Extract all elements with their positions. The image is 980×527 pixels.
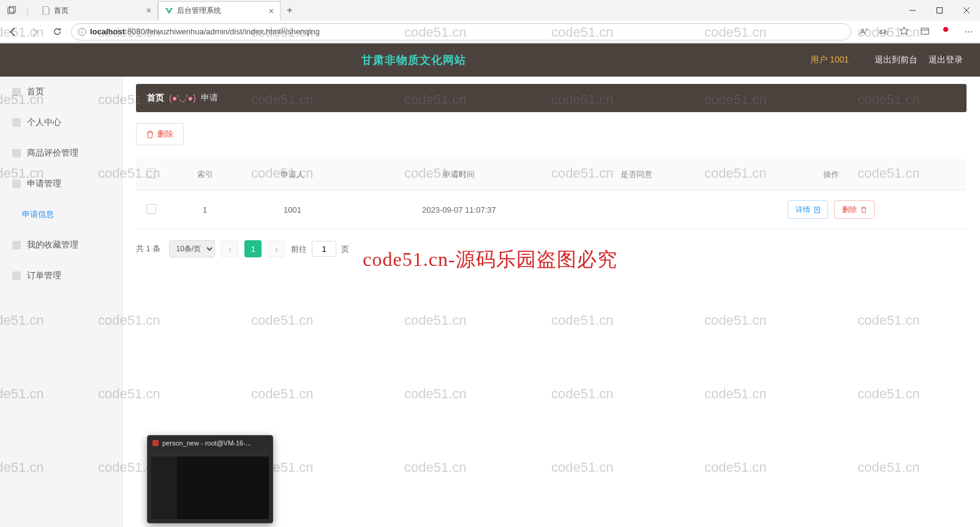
svg-text:aあ: aあ <box>879 28 888 35</box>
jump-to-page: 前往 页 <box>291 241 349 257</box>
th-agree: 是否同意 <box>576 159 696 191</box>
vue-icon <box>165 7 173 15</box>
browser-chrome: | 首页 × 后台管理系统 × + <box>0 0 980 44</box>
site-title: 甘肃非物质文化网站 <box>17 53 810 67</box>
jump-input[interactable] <box>312 241 336 257</box>
th-applicant: 申请人 <box>243 159 342 191</box>
tab-group-icon[interactable] <box>4 2 20 18</box>
svg-rect-0 <box>8 8 14 14</box>
pagination: 共 1 条 10条/页 ‹ 1 › 前往 页 <box>136 240 967 257</box>
cell-index: 1 <box>167 191 243 229</box>
refresh-button[interactable] <box>49 24 65 40</box>
home-icon <box>12 88 21 96</box>
page-size-select[interactable]: 10条/页 <box>169 240 215 257</box>
new-tab-button[interactable]: + <box>281 5 299 16</box>
back-button[interactable] <box>5 24 21 40</box>
translate-icon[interactable]: aあ <box>878 26 892 36</box>
trash-icon <box>861 207 867 213</box>
sidebar-item-orders[interactable]: 订单管理 <box>0 260 122 291</box>
url-input[interactable]: localhost:8080/feiwuzhiwenhua/admin/dist… <box>71 23 851 40</box>
th-ops: 操作 <box>696 159 967 191</box>
address-bar: localhost:8080/feiwuzhiwenhua/admin/dist… <box>0 21 980 43</box>
tab-label: 首页 <box>54 6 143 16</box>
sidebar-item-apply[interactable]: 申请管理 <box>0 169 122 199</box>
breadcrumb-current: 申请 <box>201 93 218 104</box>
row-delete-button[interactable]: 删除 <box>834 200 875 219</box>
pagination-total: 共 1 条 <box>136 243 160 254</box>
apply-icon <box>12 180 21 188</box>
sidebar-item-favorites[interactable]: 我的收藏管理 <box>0 230 122 260</box>
breadcrumb: 首页 (●'◡'●) 申请 <box>136 84 967 112</box>
prev-page-button[interactable]: ‹ <box>221 240 238 257</box>
doc-icon <box>814 207 820 213</box>
page-1-button[interactable]: 1 <box>244 240 262 257</box>
cell-agree <box>576 191 696 229</box>
order-icon <box>12 271 21 280</box>
app-header: 甘肃非物质文化网站 用户 1001 退出到前台 退出登录 <box>0 44 980 77</box>
close-icon[interactable]: × <box>146 6 151 15</box>
toolbar-right: A» aあ ⋯ <box>858 26 975 36</box>
read-aloud-icon[interactable]: A» <box>858 26 871 36</box>
more-icon[interactable]: ⋯ <box>962 27 975 36</box>
toolbar: 删除 <box>136 123 967 145</box>
data-table: 索引 申请人 申请时间 是否同意 操作 1 1001 2023-09-07 11… <box>136 159 967 229</box>
row-checkbox[interactable] <box>146 204 156 214</box>
forward-button[interactable] <box>27 24 43 40</box>
maximize-button[interactable] <box>926 1 953 20</box>
url-text: localhost:8080/feiwuzhiwenhua/admin/dist… <box>90 27 320 36</box>
sidebar-item-home[interactable]: 首页 <box>0 77 122 107</box>
sidebar-item-apply-info[interactable]: 申请信息 <box>0 199 122 230</box>
taskbar-thumbnail[interactable]: person_new - root@VM-16-... <box>147 435 273 523</box>
next-page-button[interactable]: › <box>268 240 285 257</box>
close-icon[interactable]: × <box>269 6 274 16</box>
thumbnail-preview <box>151 450 269 519</box>
minimize-button[interactable] <box>899 1 926 20</box>
sidebar: 首页 个人中心 商品评价管理 申请管理 申请信息 我的收藏管理 订单管理 <box>0 77 123 527</box>
row-ops: 详情 删除 <box>703 200 960 219</box>
table-header-row: 索引 申请人 申请时间 是否同意 操作 <box>136 159 967 191</box>
close-window-button[interactable] <box>953 1 980 20</box>
select-all-checkbox[interactable] <box>146 169 156 178</box>
tab-divider: | <box>20 2 36 18</box>
user-icon <box>12 118 21 127</box>
link-logout[interactable]: 退出登录 <box>929 55 963 66</box>
breadcrumb-face-icon: (●'◡'●) <box>169 93 196 103</box>
browser-tab-0[interactable]: 首页 × <box>36 1 158 20</box>
th-index: 索引 <box>167 159 243 191</box>
tab-bar: | 首页 × 后台管理系统 × + <box>0 0 980 21</box>
window-controls <box>899 1 980 20</box>
svg-rect-10 <box>921 28 929 34</box>
svg-rect-3 <box>937 8 943 13</box>
sidebar-item-review[interactable]: 商品评价管理 <box>0 138 122 169</box>
svg-point-8 <box>81 29 83 31</box>
cell-applicant: 1001 <box>243 191 342 229</box>
site-info-icon[interactable] <box>78 28 86 36</box>
file-icon <box>42 6 50 15</box>
favorites-icon[interactable] <box>899 26 913 36</box>
app-icon <box>153 440 159 446</box>
table-row: 1 1001 2023-09-07 11:07:37 详情 <box>136 191 967 229</box>
browser-tab-1[interactable]: 后台管理系统 × <box>158 1 281 21</box>
breadcrumb-home[interactable]: 首页 <box>147 93 164 104</box>
collections-icon[interactable] <box>920 26 933 36</box>
thumbnail-title: person_new - root@VM-16-... <box>148 436 273 450</box>
trash-icon <box>146 131 154 138</box>
detail-button[interactable]: 详情 <box>788 200 828 219</box>
th-apply-time: 申请时间 <box>342 159 576 191</box>
svg-rect-1 <box>10 6 16 12</box>
user-info[interactable]: 用户 1001 <box>810 55 849 66</box>
delete-button[interactable]: 删除 <box>136 123 184 145</box>
review-icon <box>12 149 21 157</box>
tab-label: 后台管理系统 <box>177 6 265 16</box>
cell-apply-time: 2023-09-07 11:07:37 <box>342 191 576 229</box>
link-to-front[interactable]: 退出到前台 <box>875 55 918 66</box>
sidebar-item-profile[interactable]: 个人中心 <box>0 107 122 138</box>
favorite-icon <box>12 241 21 249</box>
